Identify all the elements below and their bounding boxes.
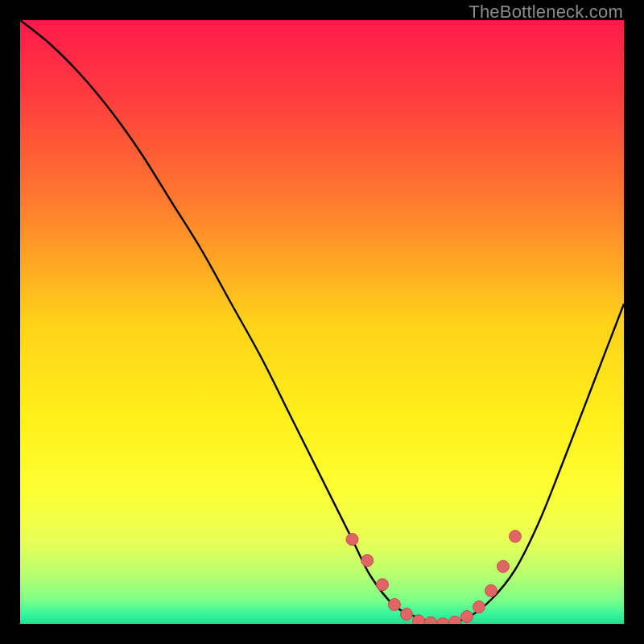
- marker-point: [401, 609, 413, 621]
- plot-area: [20, 20, 624, 624]
- marker-point: [473, 601, 485, 613]
- marker-point: [437, 618, 449, 625]
- marker-point: [346, 534, 358, 546]
- marker-point: [497, 560, 510, 572]
- marker-point: [413, 615, 425, 624]
- marker-point: [361, 555, 374, 567]
- marker-point: [510, 530, 522, 543]
- marker-point: [389, 599, 401, 611]
- bottleneck-curve: [20, 20, 624, 624]
- chart-frame: TheBottleneck.com: [0, 0, 644, 644]
- marker-point: [449, 616, 461, 624]
- curve-layer: [20, 20, 624, 624]
- marker-point: [377, 579, 389, 591]
- marker-point: [485, 584, 497, 597]
- marker-point: [425, 617, 437, 624]
- marker-point: [461, 611, 473, 623]
